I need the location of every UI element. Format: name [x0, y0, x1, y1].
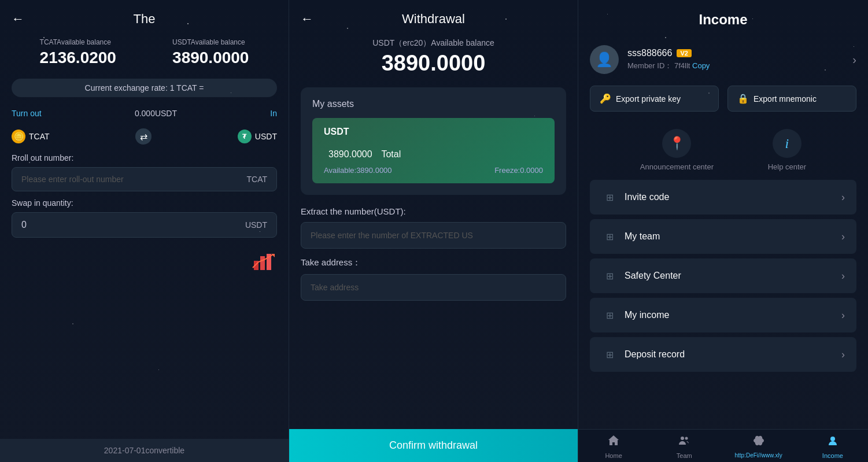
safety-center-chevron: › — [841, 270, 845, 282]
chart-icon — [252, 249, 277, 280]
swap-in-label: Swap in quantity: — [12, 198, 277, 208]
action-buttons: 🔑 Export private key 🔒 Export mnemonic — [578, 86, 868, 123]
copy-button[interactable]: Copy — [692, 61, 710, 70]
back-button-1[interactable]: ← — [12, 12, 24, 27]
take-address-input[interactable] — [301, 274, 566, 301]
member-id-row: Member ID： 7f4llt Copy — [627, 61, 710, 71]
swap-row: Turn out 0.000USDT In — [12, 109, 277, 118]
confirm-withdrawal-button[interactable]: Confirm withdrawal — [289, 429, 578, 462]
usdt-amount-display: 0.000USDT — [135, 109, 177, 118]
swap-arrows-icon[interactable]: ⇄ — [135, 128, 152, 145]
panel1-header: ← The — [0, 0, 289, 32]
svg-point-5 — [685, 437, 688, 440]
deposit-record-label: Deposit record — [625, 349, 685, 360]
extract-label: Extract the number(USDT): — [301, 206, 566, 216]
panel1-footer: 2021-07-01convertible — [0, 439, 289, 462]
invite-code-chevron: › — [841, 191, 845, 204]
roll-out-input[interactable] — [21, 175, 246, 184]
roll-out-suffix: TCAT — [246, 175, 267, 184]
menu-item-my-team[interactable]: ⊞ My team › — [590, 219, 856, 254]
my-team-icon: ⊞ — [601, 228, 618, 245]
usdt-icon: ₮ — [238, 130, 252, 143]
export-mnemonic-button[interactable]: 🔒 Export mnemonic — [727, 86, 856, 112]
assets-title: My assets — [312, 99, 555, 109]
menu-item-my-income[interactable]: ⊞ My income › — [590, 298, 856, 332]
nav-team[interactable]: Team — [664, 434, 704, 459]
svg-point-4 — [681, 437, 684, 440]
announcement-item[interactable]: 📍 Announcement center — [640, 129, 714, 171]
profile-left: 👤 sss888666 V2 Member ID： 7f4llt Copy — [590, 45, 710, 74]
profile-name: sss888666 V2 — [627, 48, 710, 58]
nav-income-label: Income — [822, 452, 843, 459]
exchange-rate-text: Current exchange rate: 1 TCAT = — [85, 83, 204, 93]
help-label: Help center — [768, 162, 806, 171]
income-header: Income — [578, 0, 868, 39]
my-team-chevron: › — [841, 231, 845, 243]
usdt-balance: USDTAvailable balance 3890.0000 — [172, 38, 249, 67]
nav-team-label: Team — [677, 452, 692, 459]
usdt-total-label: Total — [381, 149, 401, 159]
menu-item-deposit-record[interactable]: ⊞ Deposit record › — [590, 337, 856, 372]
menu-item-invite-code[interactable]: ⊞ Invite code › — [590, 180, 856, 215]
extract-section: Extract the number(USDT): — [289, 206, 578, 249]
center-icons: 📍 Announcement center i Help center — [578, 123, 868, 174]
usdt-card-title: USDT — [324, 127, 543, 137]
menu-item-left: ⊞ Invite code — [601, 189, 669, 205]
nav-home-label: Home — [605, 452, 622, 459]
export-private-key-label: Export private key — [616, 94, 681, 104]
menu-item-safety-center[interactable]: ⊞ Safety Center › — [590, 258, 856, 293]
chart-icon-area — [0, 238, 289, 280]
take-address-label: Take address： — [301, 257, 566, 268]
deposit-record-chevron: › — [841, 349, 845, 361]
back-button-2[interactable]: ← — [301, 12, 313, 27]
lock-icon: 🔒 — [737, 93, 749, 104]
my-income-label: My income — [625, 310, 669, 320]
svg-rect-1 — [260, 256, 265, 270]
footer-date: 2021-07-01convertible — [104, 446, 184, 455]
bottom-nav: Home Team http:DeFi//www.xl — [578, 429, 868, 462]
profile-chevron[interactable]: › — [852, 53, 856, 66]
panel-withdrawal: ← Withdrawal USDT（erc20）Available balanc… — [289, 0, 578, 462]
safety-center-icon: ⊞ — [601, 268, 618, 284]
tcat-token-item: 🪙 TCAT — [12, 130, 50, 143]
deposit-record-icon: ⊞ — [601, 346, 618, 363]
nav-income[interactable]: Income — [812, 434, 853, 459]
team-icon — [678, 434, 690, 450]
extract-input[interactable] — [301, 222, 566, 249]
my-income-icon: ⊞ — [601, 307, 618, 323]
nav-defi[interactable]: http:DeFi//www.xly — [734, 434, 782, 459]
usdt-card: USDT 3890.0000 Total Available:3890.0000… — [312, 118, 555, 183]
announcement-icon: 📍 — [662, 129, 691, 158]
menu-list: ⊞ Invite code › ⊞ My team › ⊞ Safety Cen… — [590, 180, 856, 372]
profile-info: sss888666 V2 Member ID： 7f4llt Copy — [627, 48, 710, 71]
help-icon: i — [773, 129, 801, 158]
roll-out-label: Rroll out number: — [12, 153, 277, 162]
freeze-detail: Freeze:0.0000 — [494, 166, 543, 175]
username: sss888666 — [627, 48, 672, 58]
announcement-label: Announcement center — [640, 162, 714, 171]
menu-item-left-3: ⊞ Safety Center — [601, 268, 681, 284]
invite-code-icon: ⊞ — [601, 189, 618, 205]
nav-home[interactable]: Home — [593, 434, 634, 459]
help-item[interactable]: i Help center — [768, 129, 806, 171]
exchange-rate-box: Current exchange rate: 1 TCAT = — [12, 79, 277, 97]
usdt-token-item: ₮ USDT — [238, 130, 277, 143]
swap-in-value: 0 — [21, 220, 27, 230]
panel2-title: Withdrawal — [402, 12, 465, 27]
turn-out-label: Turn out — [12, 109, 42, 118]
panel2-header: ← Withdrawal — [289, 0, 578, 32]
roll-out-input-wrapper[interactable]: TCAT — [12, 167, 277, 191]
swap-quantity-display: 0 USDT — [12, 212, 277, 238]
my-income-chevron: › — [841, 309, 845, 321]
invite-code-label: Invite code — [625, 192, 669, 202]
panel-income: Income 👤 sss888666 V2 Member ID： 7f4llt … — [578, 0, 868, 462]
swap-in-suffix: USDT — [245, 220, 267, 230]
safety-center-label: Safety Center — [625, 271, 681, 281]
key-icon: 🔑 — [600, 93, 611, 104]
menu-item-left-5: ⊞ Deposit record — [601, 346, 685, 363]
income-title: Income — [699, 12, 747, 27]
my-team-label: My team — [625, 231, 660, 242]
usdt-details: Available:3890.0000 Freeze:0.0000 — [324, 166, 543, 175]
profile-section: 👤 sss888666 V2 Member ID： 7f4llt Copy › — [578, 39, 868, 86]
export-private-key-button[interactable]: 🔑 Export private key — [590, 86, 719, 112]
